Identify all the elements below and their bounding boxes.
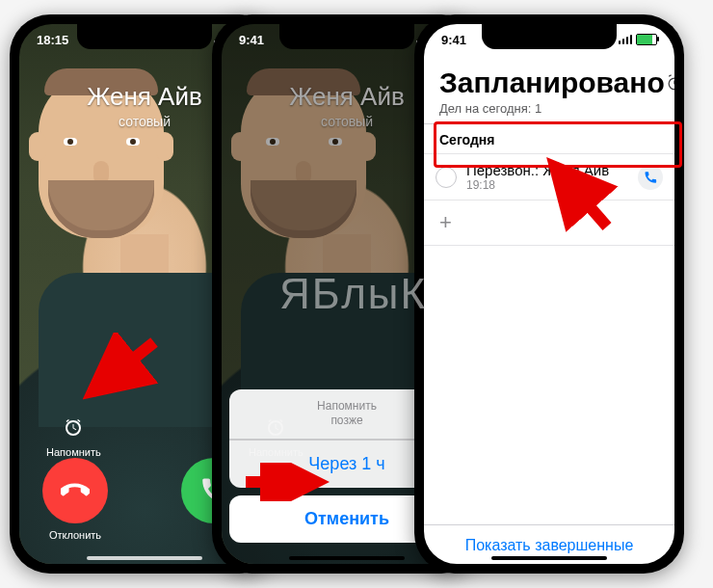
reminder-radio[interactable] (436, 167, 457, 188)
phone-frame-3: 9:41 Запланировано Дел на сегодня: 1 (414, 14, 684, 574)
home-indicator[interactable] (491, 556, 607, 560)
show-completed-button[interactable]: Показать завершенные (424, 524, 674, 558)
reminders-title: Запланировано (439, 67, 665, 99)
screen-3: 9:41 Запланировано Дел на сегодня: 1 (424, 24, 674, 564)
alarm-icon (61, 415, 86, 441)
annotation-arrow-3 (540, 154, 626, 241)
signal-icon (619, 35, 633, 44)
battery-icon (636, 34, 657, 45)
status-time: 9:41 (441, 33, 466, 47)
decline-button[interactable] (42, 458, 108, 523)
reminders-count: Дел на сегодня: 1 (439, 101, 659, 116)
annotation-arrow-2 (241, 463, 337, 501)
status-time: 9:41 (239, 33, 264, 47)
status-bar: 9:41 (424, 30, 674, 49)
svg-line-3 (554, 166, 607, 227)
phone-icon (644, 171, 657, 184)
remind-me-label: Напомнить (46, 446, 101, 458)
reminders-app: 9:41 Запланировано Дел на сегодня: 1 (424, 24, 674, 564)
composite-stage: 18:15 Женя Айв сотовый Напомнить (0, 0, 713, 588)
svg-line-1 (92, 342, 154, 392)
annotation-arrow-1 (77, 333, 164, 410)
remind-me-button[interactable]: Напомнить (46, 415, 101, 458)
home-indicator[interactable] (87, 556, 202, 560)
status-time: 18:15 (37, 33, 68, 47)
call-back-chip[interactable] (638, 165, 663, 190)
alarm-icon (665, 67, 674, 99)
svg-point-0 (669, 78, 674, 90)
section-today: Сегодня (424, 124, 674, 154)
decline-label: Отклонить (49, 529, 101, 541)
